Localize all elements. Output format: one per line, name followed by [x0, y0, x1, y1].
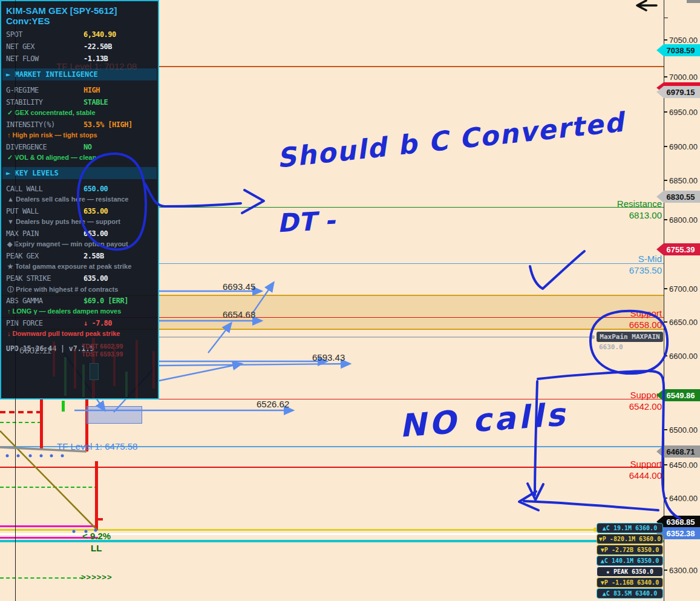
kl-label: PUT WALL — [6, 207, 83, 215]
support3-line — [0, 467, 664, 468]
kl-label: PEAK GEX — [6, 252, 83, 260]
spot-value: 6,340.90 — [83, 30, 116, 39]
ink-rect-bottom-arrowhead — [519, 491, 538, 510]
ink-text-no-calls: NO calls — [398, 396, 569, 444]
price-badge: 6468.71 — [656, 445, 700, 458]
axis-tick: 6700.00 — [664, 284, 700, 294]
support1-label: Support — [613, 308, 662, 318]
selection-rect — [87, 406, 142, 424]
axis-tick: 6650.00 — [664, 317, 700, 327]
stat-label: NET GEX — [6, 42, 83, 51]
axis-tick: 6850.00 — [664, 176, 700, 185]
axis-tick: 6950.00 — [664, 107, 700, 117]
callout-6693: 6693.45 — [223, 281, 255, 292]
resistance-label: Resistance — [613, 199, 662, 209]
smid-value: 6735.50 — [613, 265, 662, 275]
kl-note: ▼ Dealers buy puts here — support — [1, 217, 158, 228]
mi-value: 53.5% [HIGH] — [83, 120, 132, 129]
price-badge: 7038.59 — [656, 44, 700, 56]
support2-value: 6542.00 — [613, 401, 662, 412]
ink-arrow-head — [242, 190, 264, 213]
netgex-value: -22.50B — [83, 42, 112, 51]
maxpain-line — [159, 337, 594, 338]
axis-tick: 7000.00 — [664, 72, 700, 82]
callout-6593: 6593.43 — [312, 352, 345, 363]
section-key-levels[interactable]: ► KEY LEVELS — [2, 167, 157, 179]
underlay-price: 6602.11 — [19, 345, 51, 355]
red-bar-3-tick — [98, 518, 103, 521]
kl-label: PIN FORCE — [6, 319, 83, 327]
tf1-label: TF Level 1: 6475.58 — [57, 441, 137, 452]
ll-label: LL — [91, 543, 102, 553]
resistance-line — [159, 207, 664, 208]
chart-vline — [15, 399, 16, 601]
mi-value: NO — [83, 143, 91, 151]
callout-6654: 6654.68 — [223, 309, 255, 320]
pct-label: < 9.2% — [82, 531, 111, 541]
kl-value: $69.0 [ERR] — [83, 297, 128, 305]
smid-line — [159, 263, 664, 264]
green-bar — [62, 401, 65, 412]
kl-value: 2.58B — [83, 252, 104, 260]
maxpain-value: 6630.0 — [599, 343, 623, 351]
axis-tick: 6400.00 — [664, 493, 700, 503]
price-badge: 6830.55 — [656, 191, 700, 203]
maxpain-badge: MaxPain MAXPAIN — [597, 332, 663, 342]
ink-arrow-shaft — [145, 184, 241, 206]
ink-rect-bottom — [524, 501, 658, 510]
axis-tick: 6300.00 — [664, 565, 700, 575]
green-dash-3 — [0, 577, 83, 579]
kl-note: ★ Total gamma exposure at peak strike — [1, 262, 158, 272]
stat-label: SPOT — [6, 30, 83, 39]
axis-tick: 6800.00 — [664, 215, 700, 225]
chart-vline-panel — [15, 0, 16, 399]
tf-7012-line — [159, 66, 664, 67]
mi-label: INTENSITY(%) — [6, 120, 83, 129]
red-bar-1 — [40, 399, 43, 449]
kl-note: ◆ Expiry magnet — min option payout — [1, 240, 158, 250]
price-badge: 6549.86 — [656, 389, 700, 401]
arrow-6593-b — [159, 364, 350, 366]
axis-tick: 6450.00 — [664, 460, 700, 470]
resistance-value: 6813.00 — [613, 210, 662, 220]
mi-value: STABLE — [83, 98, 108, 107]
kl-label: MAX PAIN — [6, 229, 83, 238]
mi-label: G-REGIME — [6, 86, 83, 94]
gex-badge-put: ▼P -820.1M 6360.0 — [597, 534, 663, 544]
kl-note: ↑ LONG γ — dealers dampen moves — [1, 307, 158, 317]
gex-panel[interactable]: KIM-SAM GEX [SPY-5612] Conv:YES SPOT6,34… — [0, 0, 159, 399]
chart-stage[interactable]: Resistance 6813.00 S-Mid 6735.50 Support… — [0, 0, 700, 601]
price-badge: 6755.39 — [656, 243, 700, 255]
arrow-diag-3 — [159, 364, 241, 381]
kl-value: 635.00 — [83, 207, 108, 215]
support1-value: 6658.00 — [613, 320, 662, 330]
kl-value: ↓ -7.80 — [83, 319, 112, 327]
mi-label: DIVERGENCE — [6, 143, 83, 151]
scrollbar-corner — [687, 0, 700, 3]
chevrons-label: >>>>>> — [81, 573, 113, 582]
mi-note: ✓ VOL & OI aligned — clean — [1, 153, 158, 163]
axis-minor-tick — [664, 18, 668, 18]
red-dash — [0, 411, 40, 413]
ink-inner-arrowhead — [528, 484, 543, 500]
green-dash-1 — [0, 422, 41, 423]
kl-note: ⓘ Price with highest # of contracts — [1, 284, 158, 295]
mi-note: ↑ High pin risk — tight stops — [1, 131, 158, 141]
gex-badge-call: ▲C 83.5M 6340.0 — [597, 588, 663, 599]
mi-label: STABILITY — [6, 98, 83, 107]
panel-title: KIM-SAM GEX [SPY-5612] Conv:YES — [1, 1, 158, 28]
gex-badge-put: ▼P -2.72B 6350.0 — [597, 545, 663, 555]
gex-badge-call: ▲C 140.1M 6350.0 — [597, 556, 663, 566]
mi-note: ✓ GEX concentrated, stable — [1, 108, 158, 119]
smid-label: S-Mid — [613, 254, 662, 264]
kl-value: 650.00 — [83, 185, 108, 193]
axis-tick: 6600.00 — [664, 351, 700, 361]
kl-label: ABS GAMMA — [6, 297, 83, 305]
axis-tick: 6900.00 — [664, 142, 700, 151]
kl-value: 663.00 — [83, 229, 108, 238]
axis-tick: 7050.00 — [664, 35, 700, 45]
ink-text-line1: Should b C Converted — [275, 107, 626, 174]
candles-underlay — [1, 333, 158, 398]
underlay-tdst1: TDST 6602.99 — [82, 343, 123, 350]
support2-label: Support — [613, 390, 662, 400]
